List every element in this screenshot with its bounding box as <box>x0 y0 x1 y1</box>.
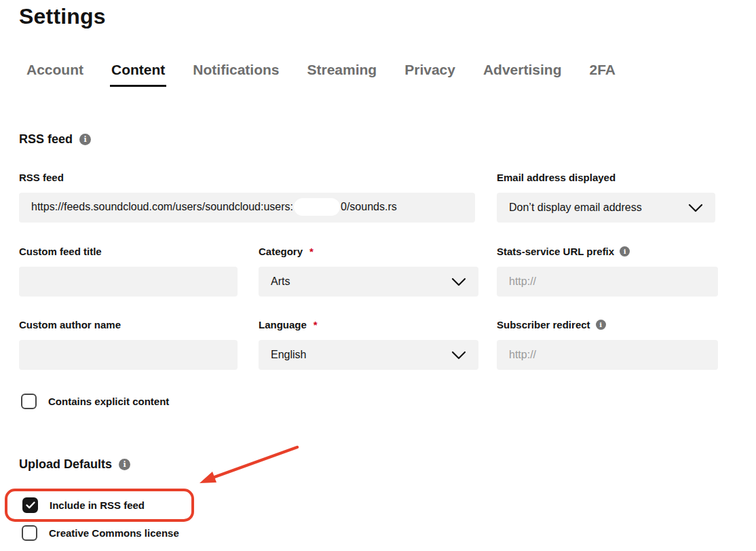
rss-feed-section-heading: RSS feed i <box>19 132 91 147</box>
include-rss-checkbox[interactable] <box>22 497 38 513</box>
creative-commons-checkbox[interactable] <box>22 525 37 541</box>
custom-feed-title-input[interactable] <box>19 267 238 297</box>
language-label: Language* <box>259 319 318 330</box>
tab-notifications[interactable]: Notifications <box>191 62 280 87</box>
email-displayed-label: Email address displayed <box>497 172 616 183</box>
rss-feed-url-text: https://feeds.soundcloud.com/users/sound… <box>31 198 397 217</box>
chevron-down-icon <box>451 351 466 360</box>
category-select[interactable]: Arts <box>259 267 478 297</box>
rss-feed-section-title: RSS feed <box>19 132 73 147</box>
tab-advertising[interactable]: Advertising <box>482 62 563 87</box>
tab-streaming[interactable]: Streaming <box>306 62 379 87</box>
info-icon[interactable]: i <box>119 459 130 470</box>
explicit-content-label: Contains explicit content <box>48 396 169 407</box>
chevron-down-icon <box>688 204 703 212</box>
required-asterisk: * <box>309 246 314 257</box>
explicit-content-checkbox[interactable] <box>21 394 37 409</box>
settings-page: Settings Account Content Notifications S… <box>0 0 756 551</box>
subscriber-redirect-input[interactable] <box>497 340 718 370</box>
info-icon[interactable]: i <box>596 320 606 330</box>
custom-author-name-label: Custom author name <box>19 319 121 330</box>
include-rss-row: Include in RSS feed <box>22 497 145 513</box>
custom-feed-title-label: Custom feed title <box>19 246 102 257</box>
checkmark-icon <box>26 501 35 509</box>
tab-privacy[interactable]: Privacy <box>403 62 457 87</box>
page-title: Settings <box>19 4 106 29</box>
language-select[interactable]: English <box>259 340 478 370</box>
settings-tabs: Account Content Notifications Streaming … <box>25 62 617 87</box>
info-icon[interactable]: i <box>620 246 630 256</box>
tab-content[interactable]: Content <box>110 62 166 87</box>
required-asterisk: * <box>314 319 318 330</box>
chevron-down-icon <box>451 278 466 286</box>
category-label: Category* <box>259 246 314 257</box>
upload-defaults-heading: Upload Defaults i <box>19 457 130 472</box>
rss-feed-label: RSS feed <box>19 172 64 183</box>
subscriber-redirect-label: Subscriber redirect i <box>497 319 606 330</box>
email-displayed-select[interactable]: Don’t display email address <box>497 193 715 223</box>
creative-commons-label: Creative Commons license <box>49 527 179 539</box>
info-icon[interactable]: i <box>79 134 91 145</box>
rss-feed-input[interactable]: https://feeds.soundcloud.com/users/sound… <box>19 193 475 223</box>
stats-service-url-input[interactable] <box>497 267 718 297</box>
explicit-content-row: Contains explicit content <box>21 394 169 409</box>
include-rss-label: Include in RSS feed <box>50 499 145 511</box>
redacted-text <box>294 198 340 216</box>
upload-defaults-title: Upload Defaults <box>19 457 112 472</box>
stats-service-label: Stats-service URL prefix i <box>497 246 630 257</box>
creative-commons-row: Creative Commons license <box>22 525 179 541</box>
annotation-arrow <box>189 438 307 492</box>
tab-2fa[interactable]: 2FA <box>588 62 617 87</box>
custom-author-name-input[interactable] <box>19 340 238 370</box>
tab-account[interactable]: Account <box>25 62 85 87</box>
